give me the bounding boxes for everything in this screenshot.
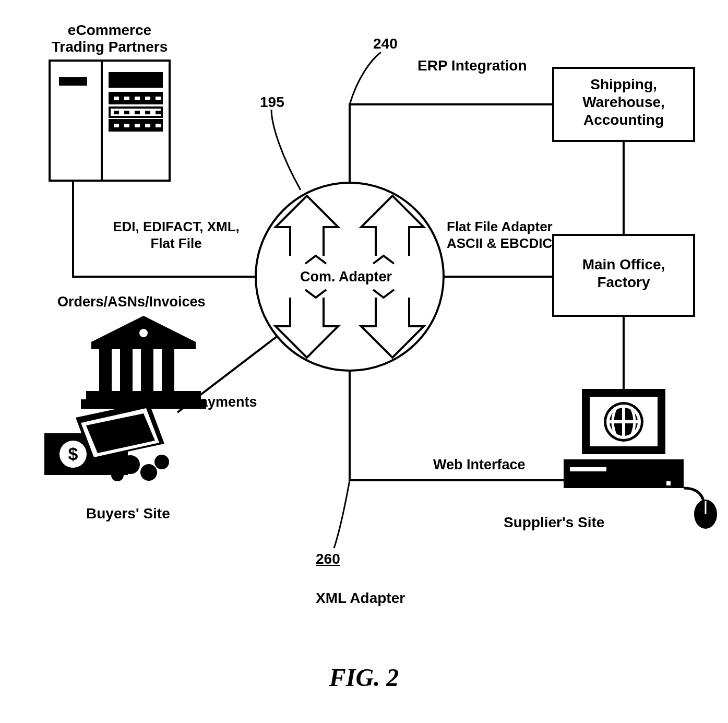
svg-rect-3	[110, 73, 162, 87]
svg-rect-31	[162, 349, 174, 391]
svg-rect-17	[114, 124, 119, 127]
suppliers-label: Supplier's Site	[504, 514, 604, 531]
ecommerce-server-icon	[50, 61, 170, 181]
payments-label: Payments	[190, 394, 257, 410]
svg-rect-32	[86, 391, 201, 399]
svg-rect-29	[120, 349, 133, 391]
svg-text:$: $	[68, 444, 78, 464]
svg-rect-16	[156, 97, 161, 100]
svg-rect-9	[135, 111, 140, 114]
diagram-stage: $ eCommerce Trading Partners 240 ERP Int…	[0, 0, 728, 723]
svg-rect-10	[145, 111, 150, 114]
flatfile-label: Flat File Adapter ASCII & EBCDIC	[447, 218, 553, 252]
svg-point-42	[140, 464, 157, 481]
svg-point-44	[111, 469, 124, 481]
svg-rect-20	[145, 124, 150, 127]
xmladapter-label: XML Adapter	[316, 590, 405, 607]
ref-240: 240	[373, 35, 398, 52]
svg-rect-15	[145, 97, 150, 100]
svg-rect-12	[114, 97, 119, 100]
ref-260: 260	[316, 551, 340, 567]
svg-rect-30	[141, 349, 153, 391]
shipping-label: Shipping, Warehouse, Accounting	[553, 76, 694, 129]
com-adapter-label: Com. Adapter	[300, 269, 392, 285]
edi-label: EDI, EDIFACT, XML, Flat File	[97, 218, 256, 252]
svg-point-41	[121, 455, 140, 474]
svg-rect-7	[114, 111, 119, 114]
svg-rect-11	[156, 111, 161, 114]
ecommerce-label: eCommerce Trading Partners	[50, 22, 170, 55]
svg-point-43	[154, 455, 169, 469]
bank-money-icon: $	[44, 316, 206, 481]
svg-rect-8	[124, 111, 129, 114]
orders-label: Orders/ASNs/Invoices	[57, 294, 206, 310]
svg-rect-13	[124, 97, 129, 100]
svg-rect-53	[666, 481, 671, 485]
svg-rect-51	[564, 459, 684, 488]
svg-rect-21	[156, 124, 161, 127]
figure-caption: FIG. 2	[0, 663, 728, 692]
buyers-label: Buyers' Site	[86, 505, 170, 522]
desktop-computer-icon	[564, 389, 717, 529]
svg-rect-27	[91, 342, 196, 349]
svg-rect-14	[135, 97, 140, 100]
erp-label: ERP Integration	[417, 57, 527, 74]
svg-rect-28	[99, 349, 112, 391]
svg-point-34	[139, 329, 148, 337]
webinterface-label: Web Interface	[433, 457, 526, 473]
svg-rect-52	[570, 467, 606, 471]
ref-195: 195	[260, 94, 284, 111]
svg-rect-2	[60, 78, 86, 85]
svg-rect-18	[124, 124, 129, 127]
leader-lines	[271, 52, 381, 548]
mainoffice-label: Main Office, Factory	[553, 256, 694, 291]
svg-rect-19	[135, 124, 140, 127]
